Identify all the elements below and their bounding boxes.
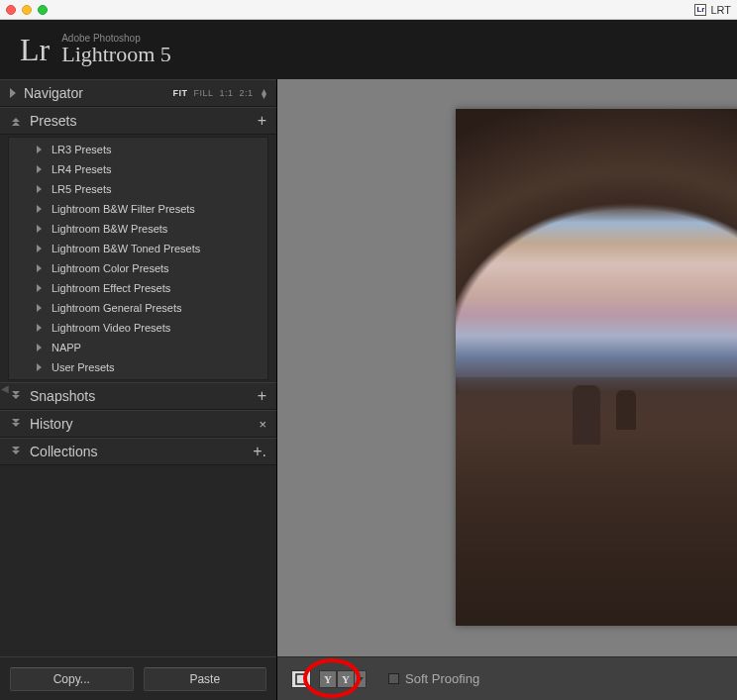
disclosure-right-icon <box>37 324 42 332</box>
preset-folder[interactable]: LR4 Presets <box>9 159 267 179</box>
viewer-toolbar: Y Y Soft Proofing <box>277 656 737 700</box>
disclosure-right-icon <box>10 88 16 98</box>
preset-folder[interactable]: Lightroom General Presets <box>9 298 267 318</box>
soft-proofing-label: Soft Proofing <box>405 671 479 686</box>
presets-title: Presets <box>30 113 76 129</box>
paste-button[interactable]: Paste <box>144 667 267 691</box>
disclosure-right-icon <box>37 363 42 371</box>
preset-folder-label: Lightroom B&W Filter Presets <box>52 203 195 215</box>
disclosure-right-icon <box>37 225 42 233</box>
disclosure-right-icon <box>37 245 42 252</box>
preset-folder[interactable]: LR5 Presets <box>9 179 267 199</box>
brand-logo: Lr <box>20 32 50 68</box>
preset-folder[interactable]: NAPP <box>9 338 267 357</box>
presets-panel-header[interactable]: Presets + <box>0 107 276 135</box>
preset-folder-label: Lightroom Color Presets <box>52 262 169 274</box>
zoom-icon[interactable] <box>38 5 48 15</box>
lrt-label: LRT <box>710 4 731 16</box>
soft-proofing-toggle[interactable]: Soft Proofing <box>388 671 479 686</box>
disclosure-collapsed-icon <box>10 419 22 429</box>
disclosure-right-icon <box>37 165 42 173</box>
snapshots-title: Snapshots <box>30 388 95 404</box>
main-viewer: Y Y Soft Proofing <box>277 79 737 700</box>
preset-folder-label: User Presets <box>52 361 115 373</box>
disclosure-right-icon <box>37 146 42 153</box>
disclosure-expanded-icon <box>10 116 22 126</box>
preset-folder[interactable]: User Presets <box>9 357 267 377</box>
collections-panel-header[interactable]: Collections +. <box>0 438 276 465</box>
navigator-panel-header[interactable]: Navigator FIT FILL 1:1 2:1 ▴▾ <box>0 79 276 107</box>
svg-rect-0 <box>296 674 306 684</box>
snapshots-panel-header[interactable]: Snapshots + <box>0 382 276 410</box>
preset-folder-label: LR3 Presets <box>52 144 112 155</box>
zoom-fit[interactable]: FIT <box>172 88 187 98</box>
history-clear-icon[interactable]: × <box>259 417 266 432</box>
preset-folder-label: Lightroom Video Presets <box>52 322 170 334</box>
disclosure-right-icon <box>37 264 42 272</box>
collections-add-icon[interactable]: +. <box>253 443 266 460</box>
zoom-stepper-icon[interactable]: ▴▾ <box>262 88 267 98</box>
disclosure-right-icon <box>37 185 42 193</box>
preset-folder[interactable]: Lightroom Video Presets <box>9 318 267 338</box>
close-icon[interactable] <box>6 5 16 15</box>
zoom-2-1[interactable]: 2:1 <box>239 88 253 98</box>
app-window: Lr Adobe Photoshop Lightroom 5 ◀ Navigat… <box>0 20 737 700</box>
copy-button[interactable]: Copy... <box>10 667 134 691</box>
history-panel-header[interactable]: History × <box>0 410 276 438</box>
navigator-title: Navigator <box>24 85 83 101</box>
disclosure-right-icon <box>37 344 42 351</box>
preset-folder[interactable]: Lightroom Color Presets <box>9 258 267 278</box>
brand-header: Lr Adobe Photoshop Lightroom 5 <box>0 20 737 79</box>
before-after-dropdown-icon[interactable] <box>355 670 367 688</box>
preset-folder-label: Lightroom General Presets <box>52 302 181 314</box>
history-title: History <box>30 416 73 432</box>
loupe-view-button[interactable] <box>291 670 311 688</box>
traffic-lights <box>6 5 48 15</box>
menubar-right: Lr LRT <box>694 4 731 16</box>
preset-folder-label: Lightroom B&W Toned Presets <box>52 243 200 254</box>
brand-product: Lightroom 5 <box>61 44 171 65</box>
minimize-icon[interactable] <box>22 5 32 15</box>
before-after-right-button[interactable]: Y <box>337 670 355 688</box>
snapshots-add-icon[interactable]: + <box>258 387 266 405</box>
workarea: ◀ Navigator FIT FILL 1:1 2:1 ▴▾ <box>0 79 737 700</box>
preset-folder-label: Lightroom Effect Presets <box>52 282 170 294</box>
preset-folder-label: NAPP <box>52 342 81 353</box>
zoom-1-1[interactable]: 1:1 <box>219 88 233 98</box>
preset-folder[interactable]: Lightroom B&W Toned Presets <box>9 239 267 258</box>
preset-folder-label: Lightroom B&W Presets <box>52 223 167 235</box>
left-panel-collapse-handle[interactable]: ◀ <box>0 376 10 400</box>
preset-folder-label: LR4 Presets <box>52 163 112 175</box>
photo-preview[interactable] <box>456 109 737 626</box>
left-panel-footer: Copy... Paste <box>0 656 276 700</box>
before-after-left-button[interactable]: Y <box>319 670 337 688</box>
zoom-fill[interactable]: FILL <box>193 88 213 98</box>
preset-folder-label: LR5 Presets <box>52 183 112 195</box>
disclosure-right-icon <box>37 205 42 213</box>
disclosure-collapsed-icon <box>10 391 22 401</box>
view-mode-group <box>291 670 311 688</box>
compare-view-group: Y Y <box>319 670 367 688</box>
checkbox-unchecked-icon[interactable] <box>388 673 399 684</box>
presets-list: LR3 PresetsLR4 PresetsLR5 PresetsLightro… <box>8 137 268 380</box>
left-panel: Navigator FIT FILL 1:1 2:1 ▴▾ Presets <box>0 79 277 700</box>
disclosure-right-icon <box>37 284 42 292</box>
lrt-icon: Lr <box>694 4 706 16</box>
disclosure-collapsed-icon <box>10 447 22 456</box>
mac-titlebar: Lr LRT <box>0 0 737 20</box>
preset-folder[interactable]: Lightroom Effect Presets <box>9 278 267 298</box>
presets-add-icon[interactable]: + <box>258 112 266 130</box>
loupe-rect-icon <box>295 673 307 685</box>
preset-folder[interactable]: Lightroom B&W Filter Presets <box>9 199 267 219</box>
preset-folder[interactable]: Lightroom B&W Presets <box>9 219 267 239</box>
collections-title: Collections <box>30 444 97 459</box>
disclosure-right-icon <box>37 304 42 312</box>
preset-folder[interactable]: LR3 Presets <box>9 140 267 159</box>
